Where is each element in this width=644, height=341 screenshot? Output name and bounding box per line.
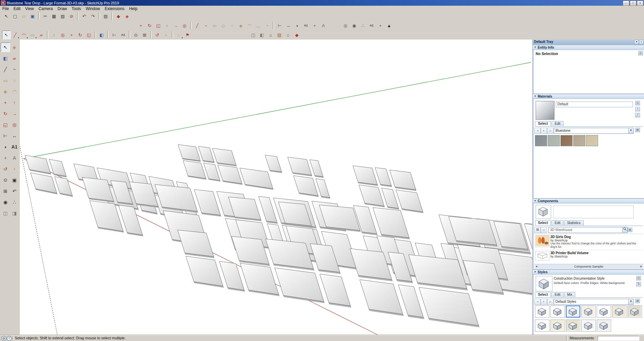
move-button[interactable]: + [67,31,76,39]
section-plane-button[interactable]: ◫ [249,31,258,39]
protractor-button[interactable]: ◖ [293,21,302,30]
style-thumbnail-11[interactable] [581,320,596,332]
flip-along-button[interactable]: ▲ [385,21,393,30]
display-secondary-pane-icon[interactable]: ◫ [635,101,640,105]
rectangle-tool[interactable]: ▭ [1,76,10,85]
zoom-extents-tool[interactable]: ⊞ [1,186,10,196]
style-thumbnail-5[interactable] [597,305,611,318]
materials-back-button[interactable]: ◂ [534,128,541,134]
tab-styles-edit[interactable]: Edit [551,292,563,297]
components-view-button[interactable]: ⊞ [534,227,541,233]
styles-collection-combo[interactable]: Default Styles ▼ [554,299,634,305]
select-tool[interactable]: ↖ [1,43,10,52]
tape-measure-button[interactable]: ⊢ [275,21,284,30]
section-fill-tool[interactable]: ◨ [10,209,19,218]
style-thumbnail-12[interactable] [597,320,611,332]
zoom-extents-button[interactable]: ⊞ [140,31,149,39]
offset-tool[interactable]: ◎ [10,120,19,129]
sample-paint-icon[interactable]: ╱ [635,113,640,117]
undo-button[interactable]: ↶ [80,12,89,20]
select-arrow-button[interactable]: ↖ [2,12,11,20]
3d-text-button[interactable]: A [319,21,328,30]
zoom-tool[interactable]: ⊙ [1,175,10,185]
print-button[interactable]: ▤ [101,12,110,20]
rotate-button[interactable]: ↻ [145,21,154,30]
previous-view-tool[interactable]: ↶ [10,186,19,196]
zoom-window-tool[interactable]: ▣ [10,175,19,185]
text-tool[interactable]: A1 [10,142,19,152]
section-fill-button[interactable]: ◧ [258,31,266,39]
component-name-field[interactable] [553,206,634,218]
make-component-tool[interactable]: ◈ [10,43,19,52]
eraser-button[interactable]: ▰ [37,31,46,39]
rectangle-button[interactable]: ▭ [210,21,219,30]
section-plane-tool[interactable]: ◫ [1,209,10,218]
cut-button[interactable]: ✂ [41,12,50,20]
material-name-field[interactable]: Default [556,102,633,107]
search-icon[interactable] [622,227,627,233]
menu-draw[interactable]: Draw [55,6,69,11]
look-around-tool[interactable]: ◉ [1,197,10,207]
save-button[interactable]: ▣ [28,12,37,20]
warehouse-search-field[interactable]: 3D Warehouse [548,227,628,233]
combo-arrow-icon[interactable]: ▼ [628,128,633,133]
styles-secondary-pane-icon[interactable]: ◫ [636,276,641,280]
push-pull-button[interactable]: ↑ [50,31,58,39]
components-home-button[interactable]: ⌂ [541,227,547,233]
style-preview[interactable] [536,276,552,291]
walk-tool[interactable]: ∴ [10,197,19,207]
menu-window[interactable]: Window [84,6,103,11]
orbit-tool[interactable]: ↺ [1,164,10,174]
position-camera-button[interactable]: ◎ [341,21,350,30]
style-thumbnail-2[interactable] [550,305,565,318]
materials-forward-button[interactable]: ▸ [541,128,547,134]
tab-styles-mix[interactable]: Mix [564,292,576,297]
style-thumbnail-8[interactable] [535,320,549,332]
modeling-viewport[interactable] [20,40,532,335]
sampler-next-icon[interactable]: ▸ [640,265,642,268]
components-options-icon[interactable]: ▤ [628,228,632,232]
erase-button[interactable]: ⊘ [67,12,76,20]
tab-components-select[interactable]: Select [535,220,551,225]
style-thumbnail-4[interactable] [581,305,596,318]
look-around-button[interactable]: ◉ [350,21,359,30]
model-paving-tiles[interactable] [25,145,532,327]
close-button[interactable]: × [637,1,643,6]
arc-tool-button[interactable]: ◠ [19,31,28,39]
extension-warehouse-button[interactable]: ◈ [123,12,131,20]
circle-tool[interactable]: ○ [10,76,19,85]
tape-measure-button[interactable]: ⊢ [110,31,119,39]
freehand-button[interactable]: ~ [202,21,210,30]
home-view-button[interactable]: ⌂ [266,31,275,39]
redo-button[interactable]: ↷ [89,12,97,20]
style-thumbnail-7[interactable] [628,305,642,318]
model-health-button[interactable]: ◆ [292,31,301,39]
sampler-prev-icon[interactable]: ◂ [536,265,537,268]
materials-home-button[interactable]: ⌂ [547,128,553,134]
select-button[interactable]: ↖ [2,31,11,39]
pan-button[interactable]: + [162,31,170,39]
warehouse-home-button[interactable]: ⌂ [284,31,292,39]
circle-button[interactable]: ○ [228,21,236,30]
pie-button[interactable]: ◔ [263,21,271,30]
materials-details-icon[interactable]: ▤ [635,128,640,132]
orbit-button[interactable]: ↺ [153,31,162,39]
open-file-button[interactable]: ▱ [19,12,28,20]
move-button[interactable]: + [137,21,145,30]
menu-view[interactable]: View [23,6,36,11]
tab-materials-edit[interactable]: Edit [551,121,563,126]
material-swatch-bluestone-brown[interactable] [560,135,573,146]
tab-components-statistics[interactable]: Statistics [564,220,584,225]
styles-details-icon[interactable]: ▤ [635,299,640,303]
follow-me-button[interactable]: → [171,21,180,30]
combo-arrow-icon[interactable]: ▼ [628,299,633,304]
component-list-item[interactable]: 2D Girls Dogby SketchUpUse the Interact … [534,234,643,250]
maximize-button[interactable]: □ [630,1,636,6]
flag-button[interactable]: ⚑ [183,31,192,39]
geolocation-icon[interactable]: ◍ [1,336,6,341]
menu-help[interactable]: Help [127,6,140,11]
line-button[interactable]: ╱ [193,21,202,30]
style-thumbnail-9[interactable] [550,320,565,332]
scale-tool[interactable]: ◱ [1,120,10,129]
axes-tool[interactable]: + [1,153,10,163]
